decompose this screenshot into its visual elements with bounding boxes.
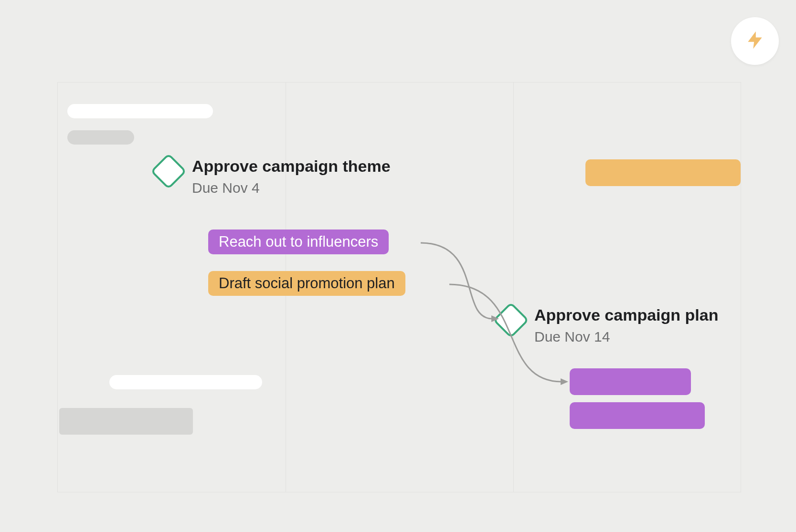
task-reach-out-influencers[interactable]: Reach out to influencers bbox=[208, 229, 389, 254]
automation-fab[interactable] bbox=[731, 17, 779, 65]
task-draft-social-promotion[interactable]: Draft social promotion plan bbox=[208, 271, 405, 296]
milestone-diamond-icon bbox=[493, 302, 529, 338]
task-bar[interactable] bbox=[570, 402, 705, 429]
milestone-diamond-icon bbox=[150, 153, 187, 189]
timeline-board: Approve campaign theme Due Nov 4 Reach o… bbox=[57, 82, 741, 492]
milestone-due: Due Nov 14 bbox=[534, 329, 718, 345]
column-divider bbox=[513, 83, 514, 492]
task-bar[interactable] bbox=[585, 159, 741, 186]
bolt-icon bbox=[744, 30, 765, 52]
svg-marker-1 bbox=[561, 378, 568, 385]
milestone-title: Approve campaign theme bbox=[192, 156, 391, 176]
placeholder-bar bbox=[67, 130, 134, 145]
task-label: Reach out to influencers bbox=[219, 233, 378, 250]
placeholder-bar bbox=[59, 408, 193, 435]
milestone-due: Due Nov 4 bbox=[192, 180, 391, 196]
milestone-title: Approve campaign plan bbox=[534, 305, 718, 325]
placeholder-bar bbox=[109, 375, 262, 389]
task-bar[interactable] bbox=[570, 368, 691, 395]
milestone-approve-campaign-plan[interactable]: Approve campaign plan Due Nov 14 bbox=[498, 305, 718, 345]
placeholder-bar bbox=[67, 104, 213, 118]
task-label: Draft social promotion plan bbox=[219, 275, 395, 292]
milestone-approve-campaign-theme[interactable]: Approve campaign theme Due Nov 4 bbox=[156, 156, 391, 196]
